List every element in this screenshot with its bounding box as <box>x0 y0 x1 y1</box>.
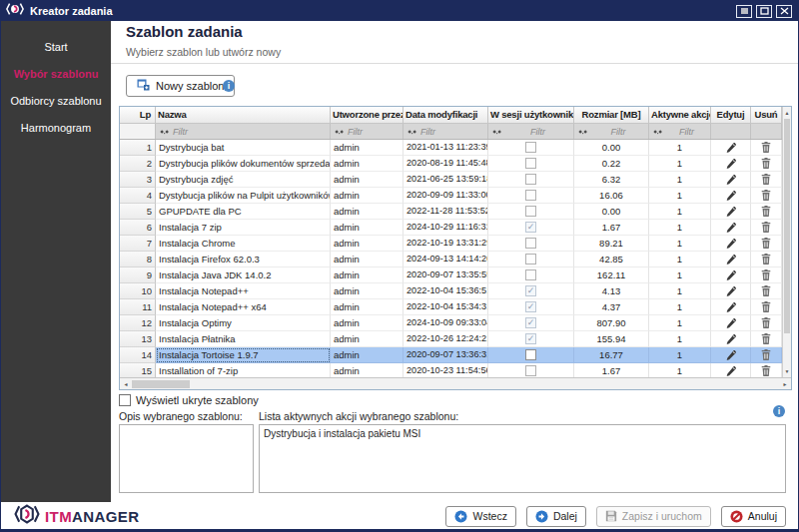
sidebar-item-harmonogram[interactable]: Harmonogram <box>1 115 111 142</box>
filter-cell-utworzone-przez[interactable]: Filtr <box>331 124 403 139</box>
table-row[interactable]: 2Dystrybucja plików dokumentów sprzedażo… <box>120 156 782 172</box>
filter-cell-w-sesji-uzytkownika[interactable]: Filtr <box>488 124 574 139</box>
edit-icon[interactable] <box>711 347 751 363</box>
back-button[interactable]: Wstecz <box>445 506 515 527</box>
new-template-button[interactable]: Nowy szablon <box>126 75 235 97</box>
edit-icon[interactable] <box>711 172 751 188</box>
save-run-button[interactable]: Zapisz i uruchom <box>596 506 711 527</box>
close-icon[interactable] <box>776 5 792 18</box>
session-checkbox[interactable]: ✓ <box>525 222 536 233</box>
delete-icon[interactable] <box>751 267 782 283</box>
sidebar-item-start[interactable]: Start <box>1 34 111 61</box>
session-checkbox[interactable]: ✓ <box>525 317 536 328</box>
session-checkbox[interactable] <box>525 174 536 185</box>
scroll-left-icon[interactable]: ◄ <box>120 381 132 387</box>
delete-icon[interactable] <box>751 220 782 236</box>
edit-icon[interactable] <box>711 315 751 331</box>
edit-icon[interactable] <box>711 236 751 252</box>
column-header-w-sesji-uzytkownika[interactable]: W sesji użytkownika <box>488 107 574 123</box>
delete-icon[interactable] <box>751 156 782 172</box>
vertical-scroll-thumb[interactable] <box>784 119 790 333</box>
vertical-scrollbar[interactable]: ▲ ▼ <box>782 107 791 377</box>
column-header-data-modyfikacji[interactable]: Data modyfikacji <box>403 107 488 123</box>
sidebar-item-odbiorcy-szablonu[interactable]: Odbiorcy szablonu <box>1 88 111 115</box>
table-row[interactable]: 12Instalacja Optimyadmin2024-10-09 09:33… <box>120 315 782 331</box>
table-row[interactable]: 1Dystrybucja batadmin2021-01-13 11:23:39… <box>120 140 782 156</box>
session-checkbox[interactable]: ✓ <box>525 301 536 312</box>
checkbox-box[interactable] <box>119 394 131 406</box>
column-header-usun[interactable]: Usuń <box>751 107 782 123</box>
table-row[interactable]: 13Instalacja Płatnikaadmin2022-10-26 12:… <box>120 331 782 347</box>
table-row[interactable]: 8Instalacja Firefox 62.0.3admin2024-09-1… <box>120 252 782 267</box>
session-checkbox[interactable] <box>525 206 536 217</box>
table-row[interactable]: 3Dystrybucja zdjęćadmin2021-06-25 13:59:… <box>120 172 782 188</box>
delete-icon[interactable] <box>751 140 782 156</box>
delete-icon[interactable] <box>751 172 782 188</box>
description-box[interactable] <box>119 424 254 493</box>
horizontal-scrollbar[interactable]: ◄ ► <box>120 377 791 389</box>
session-checkbox[interactable]: ✓ <box>525 285 536 296</box>
edit-icon[interactable] <box>711 331 751 347</box>
session-checkbox[interactable] <box>525 158 536 169</box>
delete-icon[interactable] <box>751 347 782 363</box>
column-header-utworzone-przez[interactable]: Utworzone przez <box>331 107 403 123</box>
edit-icon[interactable] <box>711 156 751 172</box>
filter-cell-edytuj <box>711 124 751 139</box>
filter-cell-data-modyfikacji[interactable]: Filtr <box>403 124 488 139</box>
session-checkbox[interactable] <box>525 142 536 153</box>
table-row[interactable]: 9Instalacja Java JDK 14.0.2admin2020-09-… <box>120 267 782 283</box>
delete-icon[interactable] <box>751 331 782 347</box>
session-checkbox[interactable] <box>525 365 536 376</box>
maximize-icon[interactable] <box>756 5 772 18</box>
edit-icon[interactable] <box>711 283 751 299</box>
delete-icon[interactable] <box>751 204 782 220</box>
session-checkbox[interactable]: ✓ <box>525 333 536 344</box>
session-checkbox[interactable] <box>525 190 536 201</box>
filter-cell-nazwa[interactable]: Filtr <box>156 124 331 139</box>
table-row[interactable]: 10Instalacja Notepad++admin2022-10-04 15… <box>120 283 782 299</box>
info-icon-actions[interactable] <box>773 405 785 417</box>
delete-icon[interactable] <box>751 252 782 267</box>
session-checkbox[interactable] <box>525 254 536 265</box>
edit-icon[interactable] <box>711 252 751 267</box>
column-header-rozmiar-mb[interactable]: Rozmiar [MB] <box>574 107 649 123</box>
delete-icon[interactable] <box>751 283 782 299</box>
table-row[interactable]: 4Dystybucja plików na Pulpit użytkownikó… <box>120 188 782 204</box>
session-checkbox[interactable] <box>525 269 536 280</box>
cancel-button[interactable]: Anuluj <box>721 506 786 527</box>
actions-box[interactable]: Dystrybucja i instalacja pakietu MSI <box>259 424 786 493</box>
edit-icon[interactable] <box>711 299 751 315</box>
column-header-nazwa[interactable]: Nazwa <box>156 107 331 123</box>
sidebar-item-wybor-szablonu[interactable]: Wybór szablonu <box>1 61 111 88</box>
table-row[interactable]: 7Instalacja Chromeadmin2022-10-19 13:31:… <box>120 236 782 252</box>
table-row[interactable]: 14Instalacja Tortoise 1.9.7admin2020-09-… <box>120 347 782 363</box>
edit-icon[interactable] <box>711 204 751 220</box>
table-row[interactable]: 6Instalacja 7 zipadmin2024-10-29 11:16:3… <box>120 220 782 236</box>
scroll-down-icon[interactable]: ▼ <box>783 365 791 377</box>
edit-icon[interactable] <box>711 140 751 156</box>
cell-lp: 12 <box>120 315 156 331</box>
filter-cell-aktywne-akcje[interactable]: Filtr <box>649 124 711 139</box>
table-row[interactable]: 5GPUPDATE dla PCadmin2022-11-28 11:53:52… <box>120 204 782 220</box>
delete-icon[interactable] <box>751 299 782 315</box>
scroll-up-icon[interactable]: ▲ <box>783 107 791 119</box>
column-header-aktywne-akcje[interactable]: Aktywne akcje <box>649 107 711 123</box>
horizontal-scroll-thumb[interactable] <box>132 380 190 388</box>
session-checkbox[interactable] <box>525 238 536 249</box>
edit-icon[interactable] <box>711 267 751 283</box>
delete-icon[interactable] <box>751 315 782 331</box>
filter-cell-rozmiar-mb[interactable]: Filtr <box>574 124 649 139</box>
show-hidden-checkbox[interactable]: Wyświetl ukryte szablony <box>119 394 259 406</box>
column-header-edytuj[interactable]: Edytuj <box>711 107 751 123</box>
edit-icon[interactable] <box>711 220 751 236</box>
session-checkbox[interactable] <box>525 349 536 360</box>
delete-icon[interactable] <box>751 236 782 252</box>
table-row[interactable]: 11Instalacja Notepad++ x64admin2022-10-0… <box>120 299 782 315</box>
info-icon-templates[interactable] <box>223 80 235 92</box>
edit-icon[interactable] <box>711 188 751 204</box>
delete-icon[interactable] <box>751 188 782 204</box>
minimize-icon[interactable] <box>736 5 752 18</box>
column-header-lp[interactable]: Lp <box>120 107 156 123</box>
scroll-right-icon[interactable]: ► <box>779 381 791 387</box>
next-button[interactable]: Dalej <box>526 506 586 527</box>
